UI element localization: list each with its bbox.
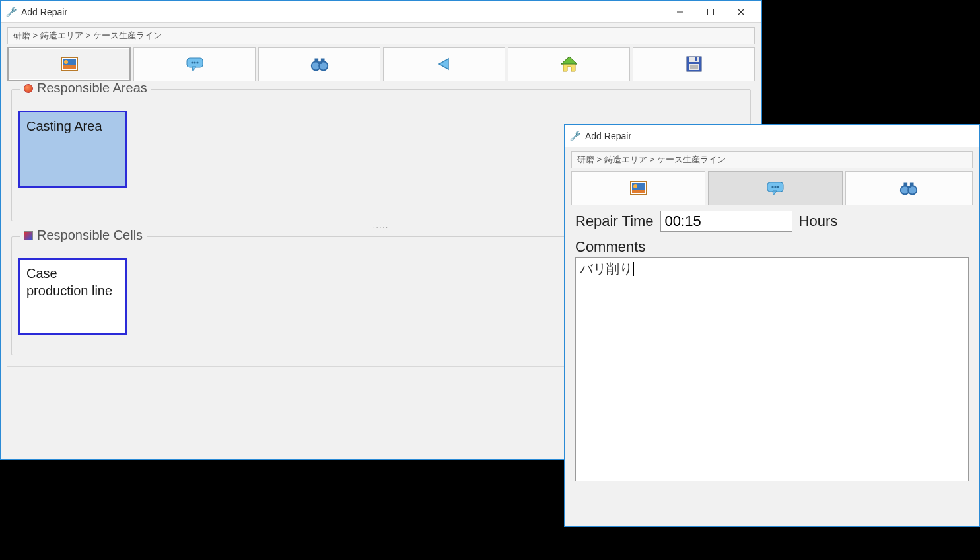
svg-rect-17 — [318, 61, 322, 64]
svg-point-6 — [64, 60, 68, 64]
toolbar-tab-search[interactable] — [258, 47, 380, 81]
square-icon — [24, 231, 33, 240]
wrench-icon: 🔧 — [570, 131, 581, 141]
svg-point-35 — [777, 186, 779, 188]
titlebar[interactable]: 🔧 Add Repair — [1, 1, 761, 23]
window-title: Add Repair — [585, 131, 631, 141]
svg-marker-32 — [773, 191, 777, 195]
toolbar-tab-search[interactable] — [845, 171, 973, 205]
repair-time-input[interactable] — [660, 211, 792, 232]
comments-textarea[interactable]: バリ削り — [575, 257, 969, 481]
svg-rect-1 — [708, 9, 714, 15]
responsible-cells-label: Responsible Cells — [37, 228, 143, 243]
toolbar-home-button[interactable] — [508, 47, 630, 81]
binoculars-icon — [309, 55, 330, 73]
wrench-icon: 🔧 — [6, 7, 17, 17]
home-icon — [559, 55, 580, 73]
comments-text: バリ削り — [580, 262, 634, 276]
back-arrow-icon — [434, 55, 455, 73]
repair-time-row: Repair Time Hours — [575, 211, 969, 232]
toolbar — [571, 171, 973, 205]
red-dot-icon — [24, 84, 33, 93]
speech-bubble-icon — [184, 55, 205, 73]
toolbar-tab-comments[interactable] — [708, 171, 842, 205]
toolbar-tab-areas[interactable] — [7, 47, 131, 81]
area-tile-label: Casting Area — [26, 119, 102, 133]
svg-rect-30 — [632, 190, 645, 193]
hours-label: Hours — [799, 213, 838, 230]
responsible-areas-label: Responsible Areas — [37, 81, 147, 96]
svg-point-10 — [191, 61, 193, 63]
svg-rect-7 — [63, 65, 76, 69]
svg-point-33 — [771, 186, 773, 188]
cell-tile-case-line[interactable]: Case production line — [18, 258, 127, 335]
titlebar[interactable]: 🔧 Add Repair — [565, 125, 979, 147]
svg-point-29 — [633, 184, 637, 188]
window-controls — [665, 1, 756, 22]
picture-icon — [628, 179, 649, 197]
speech-bubble-icon — [765, 179, 786, 197]
svg-marker-9 — [192, 67, 196, 71]
picture-icon — [59, 55, 80, 73]
comments-label: Comments — [575, 238, 969, 256]
breadcrumb: 研磨 > 鋳造エリア > ケース生産ライン — [7, 27, 755, 44]
svg-rect-40 — [907, 186, 911, 188]
save-icon — [683, 55, 705, 73]
svg-point-34 — [774, 186, 776, 188]
repair-time-label: Repair Time — [575, 213, 654, 230]
area-tile-casting[interactable]: Casting Area — [18, 111, 127, 188]
window-title: Add Repair — [21, 7, 67, 17]
svg-point-11 — [193, 61, 195, 63]
svg-rect-24 — [689, 64, 699, 70]
responsible-cells-legend: Responsible Cells — [20, 228, 147, 243]
toolbar-tab-areas[interactable] — [571, 171, 705, 205]
toolbar-save-button[interactable] — [633, 47, 755, 81]
binoculars-icon — [898, 179, 919, 197]
add-repair-window-comments: 🔧 Add Repair 研磨 > 鋳造エリア > ケース生産ライン — [564, 124, 980, 527]
toolbar — [7, 47, 755, 81]
breadcrumb: 研磨 > 鋳造エリア > ケース生産ライン — [571, 151, 973, 168]
maximize-button[interactable] — [695, 1, 726, 22]
svg-marker-20 — [561, 57, 577, 64]
toolbar-back-button[interactable] — [383, 47, 505, 81]
responsible-areas-legend: Responsible Areas — [20, 81, 151, 96]
svg-point-12 — [196, 61, 198, 63]
svg-marker-18 — [439, 59, 448, 69]
close-button[interactable] — [726, 1, 756, 22]
toolbar-tab-comments[interactable] — [133, 47, 256, 81]
minimize-button[interactable] — [665, 1, 695, 22]
cell-tile-label: Case production line — [26, 266, 112, 298]
svg-rect-23 — [695, 57, 697, 61]
